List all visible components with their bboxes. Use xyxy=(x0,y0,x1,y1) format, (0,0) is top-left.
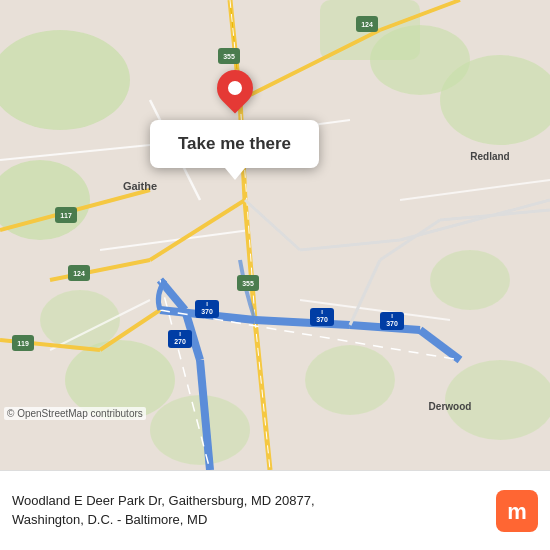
svg-text:124: 124 xyxy=(361,21,373,28)
svg-text:370: 370 xyxy=(386,320,398,327)
svg-text:117: 117 xyxy=(60,212,72,219)
svg-text:355: 355 xyxy=(223,53,235,60)
svg-point-7 xyxy=(150,395,250,465)
take-me-there-button[interactable]: Take me there xyxy=(178,134,291,153)
svg-point-11 xyxy=(445,360,550,440)
svg-point-9 xyxy=(305,345,395,415)
map-container: 355 355 117 124 124 119 I 270 I 370 I 37… xyxy=(0,0,550,470)
svg-text:Redland: Redland xyxy=(470,151,509,162)
svg-text:270: 270 xyxy=(174,338,186,345)
svg-text:Derwood: Derwood xyxy=(429,401,472,412)
svg-text:370: 370 xyxy=(316,316,328,323)
svg-line-37 xyxy=(255,320,350,325)
svg-text:124: 124 xyxy=(73,270,85,277)
popup-box: Take me there xyxy=(150,120,319,168)
address-block: Woodland E Deer Park Dr, Gaithersburg, M… xyxy=(12,492,488,528)
svg-text:Gaithe: Gaithe xyxy=(123,180,157,192)
location-popup[interactable]: Take me there xyxy=(150,120,319,168)
moovit-icon: m xyxy=(496,490,538,532)
bottom-bar: Woodland E Deer Park Dr, Gaithersburg, M… xyxy=(0,470,550,550)
address-line2: Washington, D.C. - Baltimore, MD xyxy=(12,511,488,529)
svg-text:119: 119 xyxy=(17,340,29,347)
address-line1: Woodland E Deer Park Dr, Gaithersburg, M… xyxy=(12,492,488,510)
svg-text:m: m xyxy=(507,499,527,524)
moovit-logo[interactable]: m xyxy=(496,490,538,532)
svg-text:355: 355 xyxy=(242,280,254,287)
osm-attribution: © OpenStreetMap contributors xyxy=(4,407,146,420)
svg-text:370: 370 xyxy=(201,308,213,315)
svg-point-8 xyxy=(430,250,510,310)
